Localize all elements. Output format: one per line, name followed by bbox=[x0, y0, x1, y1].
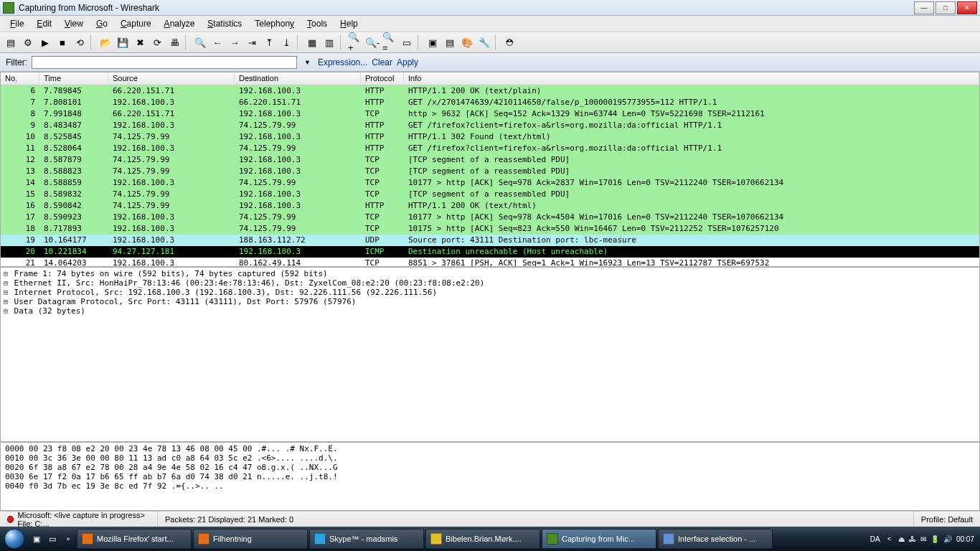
packet-row[interactable]: 118.528064192.168.100.374.125.79.99HTTPG… bbox=[1, 143, 979, 154]
zoom-in-icon[interactable]: 🔍+ bbox=[347, 34, 363, 50]
taskbar-item[interactable]: Skype™ - madsmis bbox=[309, 529, 424, 549]
go-forward-icon[interactable]: → bbox=[227, 34, 242, 50]
col-time[interactable]: Time bbox=[39, 72, 108, 85]
detail-line[interactable]: ⊞ User Datagram Protocol, Src Port: 4311… bbox=[2, 297, 978, 306]
menu-tools[interactable]: Tools bbox=[301, 17, 333, 30]
menu-statistics[interactable]: Statistics bbox=[202, 17, 248, 30]
tray-volume-icon[interactable]: 🔊 bbox=[943, 535, 952, 543]
packet-row[interactable]: 148.588859192.168.100.374.125.79.99TCP10… bbox=[1, 177, 979, 189]
menu-view[interactable]: View bbox=[59, 17, 89, 30]
stop-capture-icon[interactable]: ■ bbox=[55, 34, 70, 50]
menu-analyze[interactable]: Analyze bbox=[159, 17, 201, 30]
system-tray[interactable]: DA < ⏏ 🖧 ✉ 🔋 🔊 00:07 bbox=[864, 527, 980, 551]
detail-line[interactable]: ⊞ Data (32 bytes) bbox=[2, 306, 978, 316]
packet-row[interactable]: 98.483487192.168.100.374.125.79.99HTTPGE… bbox=[1, 120, 979, 131]
tray-lang[interactable]: DA bbox=[870, 535, 880, 543]
packet-row[interactable]: 158.58983274.125.79.99192.168.100.3TCP[T… bbox=[1, 189, 979, 200]
packet-list-pane[interactable]: No. Time Source Destination Protocol Inf… bbox=[0, 72, 980, 267]
ql-media-icon[interactable]: ▣ bbox=[29, 529, 44, 549]
menu-telephony[interactable]: Telephony bbox=[249, 17, 300, 30]
coloring-rules-icon[interactable]: 🎨 bbox=[459, 34, 475, 50]
start-button[interactable] bbox=[0, 527, 29, 551]
packet-row[interactable]: 2010.22183494.27.127.181192.168.100.3ICM… bbox=[1, 246, 979, 258]
tray-power-icon[interactable]: 🔋 bbox=[930, 535, 939, 543]
hex-line[interactable]: 0040 f0 3d 7b ec 19 3e 8c ed 7f 92 .={..… bbox=[5, 481, 975, 491]
find-icon[interactable]: 🔍 bbox=[192, 34, 208, 50]
menu-edit[interactable]: Edit bbox=[31, 17, 57, 30]
interfaces-icon[interactable]: ▤ bbox=[3, 34, 19, 50]
save-file-icon[interactable]: 💾 bbox=[115, 34, 131, 50]
col-source[interactable]: Source bbox=[108, 72, 235, 85]
close-file-icon[interactable]: ✖ bbox=[132, 34, 148, 50]
detail-line[interactable]: ⊞ Frame 1: 74 bytes on wire (592 bits), … bbox=[2, 269, 978, 278]
packet-row[interactable]: 128.58787974.125.79.99192.168.100.3TCP[T… bbox=[1, 154, 979, 166]
packet-row[interactable]: 188.717893192.168.100.374.125.79.99TCP10… bbox=[1, 223, 979, 235]
expression-button[interactable]: Expression... bbox=[318, 57, 367, 67]
detail-line[interactable]: ⊞ Internet Protocol, Src: 192.168.100.3 … bbox=[2, 288, 978, 297]
packet-row[interactable]: 67.78984566.220.151.71192.168.100.3HTTPH… bbox=[1, 85, 979, 97]
capture-filters-icon[interactable]: ▣ bbox=[425, 34, 440, 50]
filter-dropdown-icon[interactable]: ▼ bbox=[301, 59, 314, 66]
packet-list-header[interactable]: No. Time Source Destination Protocol Inf… bbox=[1, 72, 979, 85]
print-icon[interactable]: 🖶 bbox=[166, 34, 182, 50]
menu-file[interactable]: File bbox=[4, 17, 29, 30]
reload-icon[interactable]: ⟳ bbox=[149, 34, 165, 50]
help-icon[interactable]: ⛑ bbox=[502, 34, 518, 50]
menu-go[interactable]: Go bbox=[90, 17, 113, 30]
open-file-icon[interactable]: 📂 bbox=[98, 34, 113, 50]
hex-line[interactable]: 0030 6e 17 f2 0a 17 b6 65 ff ab b7 6a d0… bbox=[5, 472, 975, 481]
tray-msg-icon[interactable]: ✉ bbox=[920, 535, 926, 543]
zoom-out-icon[interactable]: 🔍- bbox=[364, 34, 380, 50]
colorize-icon[interactable]: ▦ bbox=[304, 34, 320, 50]
clear-button[interactable]: Clear bbox=[372, 57, 392, 67]
tray-safe-remove-icon[interactable]: ⏏ bbox=[898, 535, 905, 543]
prefs-icon[interactable]: 🔧 bbox=[476, 34, 492, 50]
col-info[interactable]: Info bbox=[404, 72, 979, 85]
detail-line[interactable]: ⊞ Ethernet II, Src: HonHaiPr_78:13:46 (0… bbox=[2, 278, 978, 288]
packet-row[interactable]: 77.808101192.168.100.366.220.151.71HTTPG… bbox=[1, 97, 979, 108]
col-protocol[interactable]: Protocol bbox=[361, 72, 404, 85]
packet-row[interactable]: 1910.164177192.168.100.3188.163.112.72UD… bbox=[1, 235, 979, 246]
display-filters-icon[interactable]: ▤ bbox=[442, 34, 458, 50]
resize-cols-icon[interactable]: ▭ bbox=[399, 34, 415, 50]
taskbar-item[interactable]: Interface selection - ... bbox=[658, 529, 773, 549]
close-button[interactable]: ✕ bbox=[957, 1, 977, 14]
minimize-button[interactable]: — bbox=[914, 1, 934, 14]
packet-row[interactable]: 108.52584574.125.79.99192.168.100.3HTTPH… bbox=[1, 131, 979, 143]
go-first-icon[interactable]: ⤒ bbox=[261, 34, 277, 50]
hex-line[interactable]: 0020 6f 38 a8 67 e2 78 00 28 a4 9e 4e 58… bbox=[5, 463, 975, 472]
packet-row[interactable]: 178.590923192.168.100.374.125.79.99TCP10… bbox=[1, 212, 979, 223]
ql-expand-icon[interactable]: » bbox=[60, 529, 76, 549]
go-to-icon[interactable]: ⇥ bbox=[244, 34, 260, 50]
restart-capture-icon[interactable]: ⟲ bbox=[72, 34, 88, 50]
packet-row[interactable]: 138.58882374.125.79.99192.168.100.3TCP[T… bbox=[1, 166, 979, 177]
menu-capture[interactable]: Capture bbox=[115, 17, 157, 30]
taskbar-item[interactable]: Capturing from Mic... bbox=[542, 529, 656, 549]
go-last-icon[interactable]: ⤓ bbox=[278, 34, 294, 50]
options-icon[interactable]: ⚙ bbox=[20, 34, 36, 50]
apply-button[interactable]: Apply bbox=[397, 57, 418, 67]
hex-line[interactable]: 0000 00 23 f8 08 e2 20 00 23 4e 78 13 46… bbox=[5, 444, 975, 453]
packet-details-pane[interactable]: ⊞ Frame 1: 74 bytes on wire (592 bits), … bbox=[0, 267, 980, 442]
start-capture-icon[interactable]: ▶ bbox=[37, 34, 53, 50]
packet-row[interactable]: 2114.064203192.168.100.380.162.49.114TCP… bbox=[1, 258, 979, 267]
autoscroll-icon[interactable]: ▥ bbox=[321, 34, 337, 50]
packet-bytes-pane[interactable]: 0000 00 23 f8 08 e2 20 00 23 4e 78 13 46… bbox=[0, 442, 980, 511]
col-no[interactable]: No. bbox=[1, 72, 39, 85]
tray-chevron-icon[interactable]: < bbox=[885, 535, 894, 542]
taskbar-item[interactable]: Filhentning bbox=[193, 529, 308, 549]
maximize-button[interactable]: □ bbox=[936, 1, 956, 14]
filter-input[interactable] bbox=[32, 56, 297, 69]
go-back-icon[interactable]: ← bbox=[209, 34, 225, 50]
taskbar-item[interactable]: Bibelen.Brian.Mørk.... bbox=[425, 529, 540, 549]
taskbar-item[interactable]: Mozilla Firefox' start... bbox=[77, 529, 192, 549]
tray-clock[interactable]: 00:07 bbox=[956, 535, 974, 543]
ql-window-switch-icon[interactable]: ▭ bbox=[44, 529, 60, 549]
zoom-reset-icon[interactable]: 🔍= bbox=[382, 34, 397, 50]
tray-network-icon[interactable]: 🖧 bbox=[909, 535, 916, 543]
packet-row[interactable]: 87.99184866.220.151.71192.168.100.3TCPht… bbox=[1, 108, 979, 120]
col-destination[interactable]: Destination bbox=[235, 72, 361, 85]
menu-help[interactable]: Help bbox=[334, 17, 364, 30]
hex-line[interactable]: 0010 00 3c 36 3e 00 00 80 11 13 ad c0 a8… bbox=[5, 453, 975, 463]
packet-row[interactable]: 168.59084274.125.79.99192.168.100.3HTTPH… bbox=[1, 200, 979, 212]
